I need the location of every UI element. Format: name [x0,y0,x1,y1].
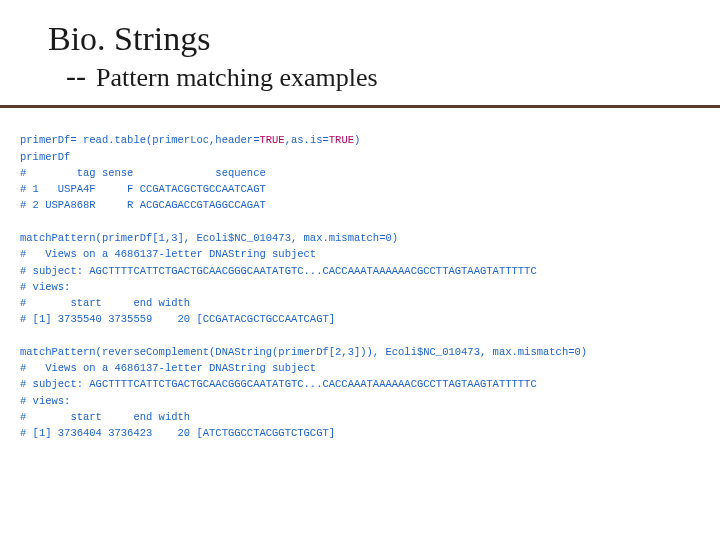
code-text: primerDf= read.table(primerLoc,header= [20,134,259,146]
page-title: Bio. Strings [48,20,700,57]
code-line: matchPattern(reverseComplement(DNAString… [20,344,700,360]
subtitle-text: Pattern matching examples [96,63,378,93]
code-line: # 1 USPA4F F CCGATACGCTGCCAATCAGT [20,181,700,197]
code-literal: TRUE [329,134,354,146]
subtitle-row: -- Pattern matching examples [48,59,700,93]
code-block: primerDf= read.table(primerLoc,header=TR… [20,132,700,441]
code-line: # [1] 3736404 3736423 20 [ATCTGGCCTACGGT… [20,425,700,441]
code-line [20,214,700,230]
subtitle-dashes: -- [66,59,86,93]
code-line: # start end width [20,409,700,425]
code-line: matchPattern(primerDf[1,3], Ecoli$NC_010… [20,230,700,246]
code-line: # tag sense sequence [20,165,700,181]
code-line [20,328,700,344]
code-line: # subject: AGCTTTTCATTCTGACTGCAACGGGCAAT… [20,263,700,279]
slide: Bio. Strings -- Pattern matching example… [0,0,720,540]
code-line: # Views on a 4686137-letter DNAString su… [20,246,700,262]
code-line: # [1] 3735540 3735559 20 [CCGATACGCTGCCA… [20,311,700,327]
header-block: Bio. Strings -- Pattern matching example… [0,20,720,101]
code-text: ,as.is= [285,134,329,146]
code-line: # views: [20,279,700,295]
code-line: # 2 USPA868R R ACGCAGACCGTAGGCCAGAT [20,197,700,213]
code-text: ) [354,134,360,146]
code-line: primerDf [20,149,700,165]
code-line: # start end width [20,295,700,311]
code-literal: TRUE [259,134,284,146]
code-line: primerDf= read.table(primerLoc,header=TR… [20,132,700,148]
code-line: # views: [20,393,700,409]
code-line: # subject: AGCTTTTCATTCTGACTGCAACGGGCAAT… [20,376,700,392]
code-line: # Views on a 4686137-letter DNAString su… [20,360,700,376]
header-divider [0,105,720,108]
